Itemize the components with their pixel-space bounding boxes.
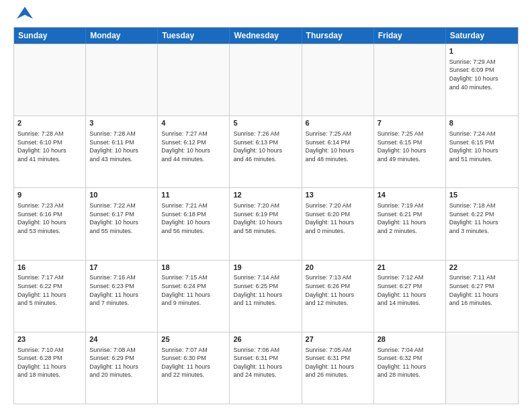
- page: SundayMondayTuesdayWednesdayThursdayFrid…: [0, 0, 532, 411]
- day-info: Sunrise: 7:29 AM Sunset: 6:09 PM Dayligh…: [449, 58, 515, 91]
- calendar-row: 23Sunrise: 7:10 AM Sunset: 6:28 PM Dayli…: [14, 332, 518, 404]
- day-number: 24: [89, 334, 154, 345]
- day-number: 5: [233, 118, 298, 128]
- calendar-cell: 6Sunrise: 7:25 AM Sunset: 6:14 PM Daylig…: [302, 116, 374, 187]
- calendar: SundayMondayTuesdayWednesdayThursdayFrid…: [13, 27, 519, 404]
- day-info: Sunrise: 7:05 AM Sunset: 6:31 PM Dayligh…: [306, 346, 370, 379]
- calendar-cell: 27Sunrise: 7:05 AM Sunset: 6:31 PM Dayli…: [302, 332, 374, 404]
- day-info: Sunrise: 7:25 AM Sunset: 6:15 PM Dayligh…: [378, 130, 442, 163]
- calendar-cell: [86, 44, 158, 116]
- calendar-cell: 7Sunrise: 7:25 AM Sunset: 6:15 PM Daylig…: [374, 116, 446, 187]
- calendar-cell: 23Sunrise: 7:10 AM Sunset: 6:28 PM Dayli…: [14, 332, 86, 404]
- day-number: 6: [306, 118, 370, 128]
- day-info: Sunrise: 7:08 AM Sunset: 6:29 PM Dayligh…: [89, 346, 154, 379]
- day-info: Sunrise: 7:28 AM Sunset: 6:11 PM Dayligh…: [89, 130, 154, 163]
- calendar-cell: 17Sunrise: 7:16 AM Sunset: 6:23 PM Dayli…: [86, 261, 158, 332]
- calendar-cell: 25Sunrise: 7:07 AM Sunset: 6:30 PM Dayli…: [158, 332, 230, 404]
- day-number: 16: [17, 263, 82, 273]
- day-info: Sunrise: 7:17 AM Sunset: 6:22 PM Dayligh…: [17, 273, 82, 307]
- calendar-cell: 1Sunrise: 7:29 AM Sunset: 6:09 PM Daylig…: [446, 44, 518, 116]
- day-number: 19: [233, 263, 298, 273]
- day-info: Sunrise: 7:24 AM Sunset: 6:15 PM Dayligh…: [449, 130, 515, 163]
- logo-icon: [15, 4, 33, 21]
- day-number: 20: [306, 263, 370, 273]
- day-info: Sunrise: 7:28 AM Sunset: 6:10 PM Dayligh…: [17, 130, 82, 163]
- calendar-cell: 11Sunrise: 7:21 AM Sunset: 6:18 PM Dayli…: [158, 188, 230, 259]
- calendar-cell: [158, 44, 230, 116]
- calendar-body: 1Sunrise: 7:29 AM Sunset: 6:09 PM Daylig…: [14, 44, 518, 404]
- day-info: Sunrise: 7:10 AM Sunset: 6:28 PM Dayligh…: [17, 346, 82, 379]
- day-info: Sunrise: 7:20 AM Sunset: 6:20 PM Dayligh…: [306, 201, 370, 235]
- calendar-cell: 26Sunrise: 7:06 AM Sunset: 6:31 PM Dayli…: [230, 332, 302, 404]
- day-number: 3: [89, 118, 154, 128]
- calendar-row: 2Sunrise: 7:28 AM Sunset: 6:10 PM Daylig…: [14, 116, 518, 187]
- day-info: Sunrise: 7:15 AM Sunset: 6:24 PM Dayligh…: [161, 273, 226, 307]
- day-number: 8: [449, 118, 515, 128]
- day-number: 10: [89, 190, 154, 200]
- day-number: 14: [378, 190, 442, 200]
- svg-marker-0: [17, 7, 33, 19]
- weekday-header: Sunday: [14, 28, 86, 44]
- day-info: Sunrise: 7:13 AM Sunset: 6:26 PM Dayligh…: [306, 273, 370, 307]
- calendar-cell: 13Sunrise: 7:20 AM Sunset: 6:20 PM Dayli…: [302, 188, 374, 259]
- day-info: Sunrise: 7:04 AM Sunset: 6:32 PM Dayligh…: [378, 346, 442, 379]
- calendar-cell: 16Sunrise: 7:17 AM Sunset: 6:22 PM Dayli…: [14, 261, 86, 332]
- calendar-cell: [302, 44, 374, 116]
- calendar-cell: 24Sunrise: 7:08 AM Sunset: 6:29 PM Dayli…: [86, 332, 158, 404]
- calendar-cell: 4Sunrise: 7:27 AM Sunset: 6:12 PM Daylig…: [158, 116, 230, 187]
- calendar-header: SundayMondayTuesdayWednesdayThursdayFrid…: [14, 28, 518, 44]
- calendar-cell: [230, 44, 302, 116]
- day-number: 4: [161, 118, 226, 128]
- day-number: 1: [449, 46, 515, 56]
- weekday-header: Saturday: [446, 28, 518, 44]
- calendar-cell: [14, 44, 86, 116]
- calendar-cell: 10Sunrise: 7:22 AM Sunset: 6:17 PM Dayli…: [86, 188, 158, 259]
- day-number: 26: [233, 334, 298, 345]
- day-info: Sunrise: 7:26 AM Sunset: 6:13 PM Dayligh…: [233, 130, 298, 163]
- day-number: 18: [161, 263, 226, 273]
- calendar-cell: [374, 44, 446, 116]
- weekday-header: Wednesday: [230, 28, 302, 44]
- calendar-cell: 5Sunrise: 7:26 AM Sunset: 6:13 PM Daylig…: [230, 116, 302, 187]
- day-number: 2: [17, 118, 82, 128]
- calendar-cell: 15Sunrise: 7:18 AM Sunset: 6:22 PM Dayli…: [446, 188, 518, 259]
- day-info: Sunrise: 7:25 AM Sunset: 6:14 PM Dayligh…: [306, 130, 370, 163]
- calendar-cell: 21Sunrise: 7:12 AM Sunset: 6:27 PM Dayli…: [374, 261, 446, 332]
- day-info: Sunrise: 7:06 AM Sunset: 6:31 PM Dayligh…: [233, 346, 298, 379]
- calendar-row: 9Sunrise: 7:23 AM Sunset: 6:16 PM Daylig…: [14, 187, 518, 259]
- day-number: 15: [449, 190, 515, 200]
- calendar-cell: 8Sunrise: 7:24 AM Sunset: 6:15 PM Daylig…: [446, 116, 518, 187]
- calendar-cell: 2Sunrise: 7:28 AM Sunset: 6:10 PM Daylig…: [14, 116, 86, 187]
- calendar-cell: 3Sunrise: 7:28 AM Sunset: 6:11 PM Daylig…: [86, 116, 158, 187]
- day-info: Sunrise: 7:22 AM Sunset: 6:17 PM Dayligh…: [89, 201, 154, 235]
- day-info: Sunrise: 7:07 AM Sunset: 6:30 PM Dayligh…: [161, 346, 226, 379]
- day-number: 28: [378, 334, 442, 345]
- logo: [13, 11, 33, 21]
- calendar-cell: 12Sunrise: 7:20 AM Sunset: 6:19 PM Dayli…: [230, 188, 302, 259]
- calendar-cell: [446, 332, 518, 404]
- day-info: Sunrise: 7:27 AM Sunset: 6:12 PM Dayligh…: [161, 130, 226, 163]
- day-info: Sunrise: 7:23 AM Sunset: 6:16 PM Dayligh…: [17, 201, 82, 235]
- day-info: Sunrise: 7:18 AM Sunset: 6:22 PM Dayligh…: [449, 201, 515, 235]
- day-number: 25: [161, 334, 226, 345]
- calendar-cell: 9Sunrise: 7:23 AM Sunset: 6:16 PM Daylig…: [14, 188, 86, 259]
- day-number: 23: [17, 334, 82, 345]
- day-info: Sunrise: 7:16 AM Sunset: 6:23 PM Dayligh…: [89, 273, 154, 307]
- day-info: Sunrise: 7:21 AM Sunset: 6:18 PM Dayligh…: [161, 201, 226, 235]
- calendar-row: 1Sunrise: 7:29 AM Sunset: 6:09 PM Daylig…: [14, 44, 518, 116]
- calendar-cell: 18Sunrise: 7:15 AM Sunset: 6:24 PM Dayli…: [158, 261, 230, 332]
- day-number: 12: [233, 190, 298, 200]
- weekday-header: Thursday: [302, 28, 374, 44]
- day-info: Sunrise: 7:14 AM Sunset: 6:25 PM Dayligh…: [233, 273, 298, 307]
- day-number: 11: [161, 190, 226, 200]
- day-number: 17: [89, 263, 154, 273]
- weekday-header: Tuesday: [158, 28, 230, 44]
- day-info: Sunrise: 7:11 AM Sunset: 6:27 PM Dayligh…: [449, 273, 515, 307]
- calendar-cell: 28Sunrise: 7:04 AM Sunset: 6:32 PM Dayli…: [374, 332, 446, 404]
- calendar-cell: 22Sunrise: 7:11 AM Sunset: 6:27 PM Dayli…: [446, 261, 518, 332]
- calendar-row: 16Sunrise: 7:17 AM Sunset: 6:22 PM Dayli…: [14, 260, 518, 332]
- day-number: 27: [306, 334, 370, 345]
- calendar-cell: 20Sunrise: 7:13 AM Sunset: 6:26 PM Dayli…: [302, 261, 374, 332]
- calendar-cell: 19Sunrise: 7:14 AM Sunset: 6:25 PM Dayli…: [230, 261, 302, 332]
- day-number: 9: [17, 190, 82, 200]
